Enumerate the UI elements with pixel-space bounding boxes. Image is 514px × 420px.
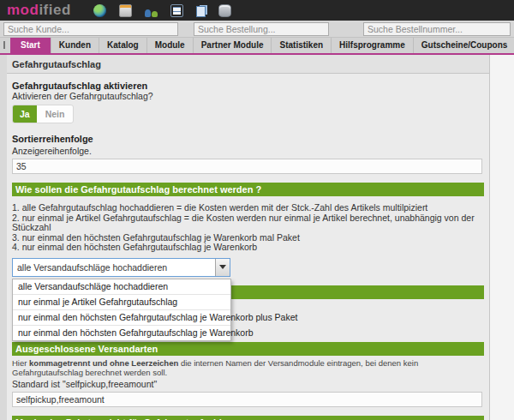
calculation-select-value: alle Versandaufschläge hochaddieren: [13, 259, 215, 276]
search-order-input[interactable]: [194, 22, 329, 36]
globe-icon[interactable]: [93, 4, 106, 17]
app-logo: modified: [7, 0, 71, 21]
logo-text-secondary: ified: [39, 2, 70, 18]
activate-toggle: Ja Nein: [12, 105, 74, 123]
tab-katalog[interactable]: Katalog: [99, 38, 147, 53]
dropdown-option[interactable]: nur einmal den höchsten Gefahrgutaufschl…: [13, 310, 230, 326]
main-nav-tabs: Start Kunden Katalog Module Partner Modu…: [0, 38, 514, 53]
search-row: [0, 21, 514, 38]
topbar-icons: [93, 4, 231, 17]
page-title: Gefahrgutaufschlag: [7, 55, 489, 74]
tab-kunden[interactable]: Kunden: [51, 38, 99, 53]
yes-button[interactable]: Ja: [13, 105, 37, 123]
calculation-info-line: 1. alle Gefahrgutaufschlag hochaddieren …: [12, 203, 484, 213]
activate-question: Aktivieren der Gefahrgutaufschlag?: [12, 91, 484, 101]
calculation-select[interactable]: alle Versandaufschläge hochaddieren: [12, 258, 230, 277]
dropdown-option[interactable]: alle Versandaufschläge hochaddieren: [13, 279, 230, 295]
tab-start[interactable]: Start: [10, 38, 51, 53]
sort-heading: Sortierreihenfolge: [12, 134, 484, 144]
excluded-default-note: Standard ist "selfpickup,freeamount": [12, 379, 484, 389]
calculation-section-header: Wie sollen die Gefahrgutaufschlag berech…: [12, 183, 484, 196]
dropdown-option[interactable]: nur einmal den höchsten Gefahrgutaufschl…: [13, 326, 230, 340]
tasks-icon[interactable]: [170, 4, 183, 17]
no-button[interactable]: Nein: [37, 105, 74, 123]
excluded-description-prefix: Hier: [12, 358, 29, 368]
excluded-description-bold: kommagetrennt und ohne Leerzeichen: [29, 358, 178, 368]
calculation-info-line: 4. nur einmal den höchsten Gefahrgutaufs…: [12, 243, 484, 253]
activate-heading: Gefahrgutaufschlag aktivieren: [12, 81, 484, 91]
pages-icon[interactable]: [196, 6, 206, 17]
calculation-info-list: 1. alle Gefahrgutaufschlag hochaddieren …: [12, 203, 484, 253]
max-weight-section-header: Maximales Paketgewicht für Gefahrgutaufs…: [12, 416, 484, 420]
right-gutter: [490, 55, 514, 420]
left-gutter: [0, 55, 7, 420]
chevron-down-icon[interactable]: [215, 259, 230, 276]
excluded-section-header: Ausgeschlossene Versandarten: [12, 342, 484, 356]
dropdown-option[interactable]: nur einmal je Artikel Gefahrgutaufschlag: [13, 295, 230, 310]
tab-gutscheine-coupons[interactable]: Gutscheine/Coupons: [414, 38, 514, 53]
calculation-info-line: 2. nur einmal je Artikel Gefahrgutaufsch…: [12, 213, 484, 233]
tab-statistiken[interactable]: Statistiken: [272, 38, 332, 53]
orders-icon[interactable]: [119, 4, 132, 17]
search-customer-input[interactable]: [3, 22, 178, 36]
tab-partner-module[interactable]: Partner Module: [194, 38, 272, 53]
language-flag-icon[interactable]: [3, 41, 5, 49]
customers-icon[interactable]: [145, 4, 158, 17]
excluded-description: Hier kommagetrennt und ohne Leerzeichen …: [12, 358, 484, 377]
content-panel: Gefahrgutaufschlag Gefahrgutaufschlag ak…: [7, 55, 490, 420]
calculation-dropdown-popup: alle Versandaufschläge hochaddieren nur …: [12, 279, 231, 341]
logo-text-primary: mod: [7, 2, 39, 18]
tab-hilfsprogramme[interactable]: Hilfsprogramme: [332, 38, 414, 53]
topbar: modified: [0, 0, 514, 21]
sort-order-input[interactable]: [12, 159, 482, 174]
database-icon[interactable]: [218, 4, 231, 17]
search-ordernumber-input[interactable]: [363, 22, 511, 36]
sort-description: Anzeigereihenfolge.: [12, 146, 484, 156]
excluded-shipping-input[interactable]: [12, 392, 482, 407]
tab-module[interactable]: Module: [147, 38, 194, 53]
